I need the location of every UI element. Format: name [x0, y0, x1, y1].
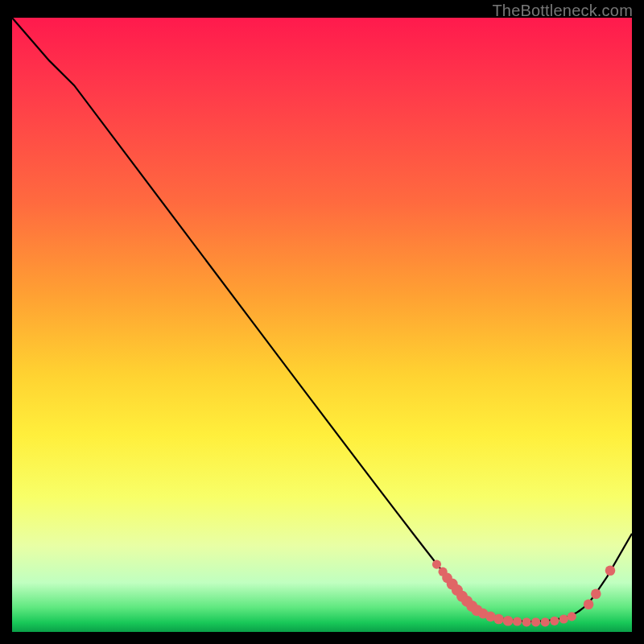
curve-marker	[559, 614, 568, 623]
curve-marker	[493, 614, 504, 625]
curve-marker	[550, 617, 559, 625]
curve-marker	[605, 565, 616, 576]
curve-marker	[503, 616, 514, 626]
chart-stage: TheBottleneck.com	[0, 0, 644, 644]
curve-markers	[432, 560, 615, 627]
curve-marker	[584, 599, 594, 609]
plot-area	[12, 18, 632, 632]
curve-marker	[568, 612, 576, 621]
curve-marker	[531, 617, 540, 626]
chart-svg	[12, 18, 632, 632]
curve-marker	[541, 617, 550, 626]
curve-marker	[522, 617, 531, 626]
bottleneck-curve	[12, 18, 632, 621]
curve-marker	[432, 560, 441, 569]
curve-marker	[591, 588, 601, 599]
curve-marker	[513, 617, 522, 625]
